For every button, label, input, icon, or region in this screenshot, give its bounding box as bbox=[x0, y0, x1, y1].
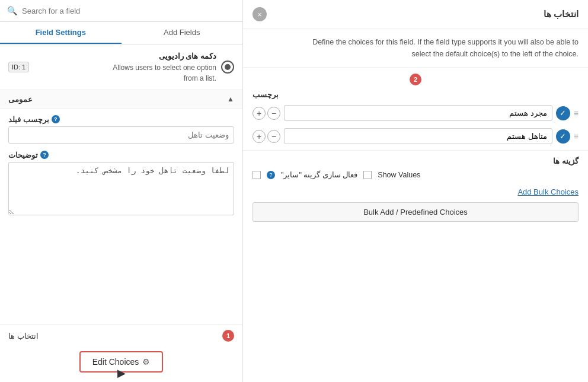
remove-choice-0-button[interactable]: − bbox=[267, 107, 280, 120]
choices-label: انتخاب ها bbox=[8, 332, 39, 340]
add-choice-1-button[interactable]: + bbox=[253, 130, 266, 143]
right-panel: انتخاب ها × Define the choices for this … bbox=[243, 0, 588, 382]
field-card-text: دکمه های رادیویی Allows users to select … bbox=[34, 50, 216, 84]
show-values-label: Show Values bbox=[378, 171, 420, 179]
add-choice-0-button[interactable]: + bbox=[253, 107, 266, 120]
field-description-line2: .from a list bbox=[34, 73, 216, 84]
bulk-add-button[interactable]: Bulk Add / Predefined Choices bbox=[253, 202, 579, 222]
field-label-input[interactable] bbox=[8, 126, 234, 144]
drag-handle-icon-1[interactable]: ≡ bbox=[574, 132, 579, 141]
show-values-checkbox[interactable] bbox=[363, 171, 372, 179]
add-bulk-label[interactable]: Add Bulk Choices bbox=[517, 187, 579, 196]
step2-badge: 2 bbox=[410, 74, 421, 85]
choice-input-1[interactable] bbox=[284, 128, 552, 144]
tab-field-settings[interactable]: Field Settings bbox=[0, 22, 122, 44]
edit-choices-label: Edit Choices bbox=[92, 357, 139, 367]
field-card: ID: 1 دکمه های رادیویی Allows users to s… bbox=[0, 44, 242, 90]
field-label-help-icon[interactable]: ? bbox=[52, 115, 60, 123]
choices-row: 1 انتخاب ها bbox=[0, 324, 242, 346]
form-section: ? برچسب فیلد ? توضیحات لطفا وضعیت تاهل خ… bbox=[0, 109, 242, 325]
other-help-icon[interactable]: ? bbox=[267, 171, 275, 179]
cursor-indicator: ▶ bbox=[117, 367, 126, 380]
modal-header: انتخاب ها × bbox=[243, 0, 588, 29]
search-bar: 🔍 bbox=[0, 0, 242, 22]
tabs-row: Field Settings Add Fields bbox=[0, 22, 242, 44]
other-label: فعال سازی گزینه "سایر" bbox=[281, 170, 357, 179]
description-help-icon[interactable]: ? bbox=[40, 151, 49, 159]
other-checkbox[interactable] bbox=[253, 171, 261, 179]
edit-choices-btn-wrap: Edit Choices ⚙ ▶ bbox=[0, 346, 242, 382]
modal-description: Define the choices for this field. If th… bbox=[243, 29, 588, 68]
step1-badge: 1 bbox=[222, 330, 234, 342]
description-group: ? توضیحات لطفا وضعیت تاهل خود را مشخص کن… bbox=[8, 151, 234, 217]
field-id-badge: ID: 1 bbox=[8, 62, 29, 72]
field-label-label: ? برچسب فیلد bbox=[8, 115, 234, 124]
choice-controls-0: − + bbox=[253, 107, 280, 120]
left-panel: 🔍 Field Settings Add Fields ID: 1 دکمه ه… bbox=[0, 0, 243, 382]
choice-item-1: ≡ ✓ − + bbox=[243, 125, 588, 148]
description-label: ? توضیحات bbox=[8, 151, 234, 160]
gizmos-title: گزینه ها bbox=[253, 157, 579, 165]
choice-item-0: ≡ ✓ − + bbox=[243, 101, 588, 125]
choice-input-0[interactable] bbox=[284, 105, 552, 121]
field-label-group: ? برچسب فیلد bbox=[8, 115, 234, 144]
tab-add-fields[interactable]: Add Fields bbox=[122, 22, 243, 44]
field-name: دکمه های رادیویی bbox=[34, 50, 216, 62]
remove-choice-1-button[interactable]: − bbox=[267, 130, 280, 143]
drag-handle-icon-0[interactable]: ≡ bbox=[574, 109, 579, 118]
search-icon: 🔍 bbox=[7, 6, 17, 15]
choices-list-header: برچسب bbox=[243, 88, 588, 101]
gear-icon: ⚙ bbox=[142, 357, 150, 367]
chevron-up-icon[interactable]: ▲ bbox=[227, 95, 234, 103]
choice-controls-1: − + bbox=[253, 130, 280, 143]
section-header: ▲ عمومی bbox=[0, 90, 242, 109]
gizmos-row: Show Values فعال سازی گزینه "سایر" ? bbox=[253, 170, 579, 179]
check-circle-0[interactable]: ✓ bbox=[556, 106, 570, 120]
field-description-line1: Allows users to select one option bbox=[34, 62, 216, 73]
description-textarea[interactable]: لطفا وضعیت تاهل خود را مشخص کنید. bbox=[8, 162, 234, 215]
gizmos-section: گزینه ها Show Values فعال سازی گزینه "سا… bbox=[243, 150, 588, 185]
check-circle-1[interactable]: ✓ bbox=[556, 129, 570, 144]
step2-badge-row: 2 bbox=[243, 68, 588, 88]
search-input[interactable] bbox=[22, 7, 235, 15]
close-button[interactable]: × bbox=[253, 7, 267, 21]
radio-button-icon bbox=[221, 61, 234, 74]
add-bulk-row: Add Bulk Choices bbox=[243, 185, 588, 199]
edit-choices-button[interactable]: Edit Choices ⚙ ▶ bbox=[79, 351, 164, 373]
section-title: عمومی bbox=[8, 95, 33, 104]
modal-title: انتخاب ها bbox=[544, 9, 579, 20]
